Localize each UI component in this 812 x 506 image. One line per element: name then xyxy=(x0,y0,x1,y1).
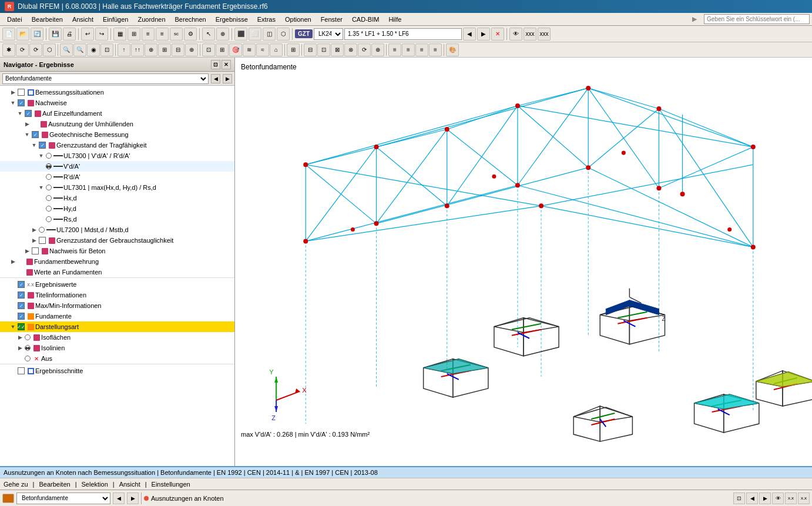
tree-item-fundamentbewehrung[interactable]: ▶ Fundamentbewehrung xyxy=(0,256,234,267)
next-btn[interactable]: ▶ xyxy=(477,28,490,41)
nav-next-btn[interactable]: ▶ xyxy=(223,74,232,83)
radio-btn[interactable] xyxy=(46,195,52,201)
t2b11[interactable]: ⊕ xyxy=(145,43,157,56)
t2b25[interactable]: ⊗ xyxy=(344,43,357,56)
t2b32[interactable]: 🎨 xyxy=(446,43,459,56)
radio-btn[interactable] xyxy=(46,206,52,212)
t2b20[interactable]: ⌂ xyxy=(270,43,283,56)
tree-item-vda[interactable]: V'd/A' xyxy=(0,161,234,172)
tree-item-bemessungssituationen[interactable]: ▶ Bemessungssituationen xyxy=(0,87,234,98)
bp-r3[interactable]: ▶ xyxy=(759,492,771,504)
sc-btn[interactable]: sc xyxy=(170,28,183,41)
t2b6[interactable]: 🔍 xyxy=(73,43,86,56)
tree-item-hxd[interactable]: Hx,d xyxy=(0,193,234,203)
nav-prev-btn[interactable]: ◀ xyxy=(211,74,220,83)
t2b2[interactable]: ⟳ xyxy=(16,43,29,56)
new-btn[interactable]: 📄 xyxy=(2,28,15,41)
checkbox[interactable] xyxy=(18,313,25,320)
checkbox[interactable] xyxy=(18,281,25,288)
tree-item-nachweise[interactable]: ▼ Nachweise xyxy=(0,98,234,108)
t2b7[interactable]: ◉ xyxy=(87,43,100,56)
undo-btn[interactable]: ↩ xyxy=(81,28,94,41)
tree-item-isolinien[interactable]: ▶ Isolinien xyxy=(0,343,234,353)
bp-r2[interactable]: ◀ xyxy=(746,492,758,504)
t2b31[interactable]: ≡ xyxy=(429,43,442,56)
table2-btn[interactable]: ⊞ xyxy=(127,28,140,41)
menu-zuordnen[interactable]: Zuordnen xyxy=(133,15,170,24)
t2b26[interactable]: ⟳ xyxy=(358,43,371,56)
nav-einstellungen[interactable]: Einstellungen xyxy=(152,481,190,488)
tree-item-einzelfundament[interactable]: ▼ Auf Einzelfundament xyxy=(0,108,234,119)
refresh-btn[interactable]: 🔄 xyxy=(31,28,43,41)
tree-item-rda[interactable]: R'd/A' xyxy=(0,172,234,182)
checkbox[interactable] xyxy=(18,89,25,96)
tb14[interactable]: xxx xyxy=(524,28,536,41)
radio-btn[interactable] xyxy=(25,334,31,340)
nav-selektion[interactable]: Selektion xyxy=(82,481,108,488)
cursor-btn[interactable]: ↖ xyxy=(202,28,215,41)
tree-item-ergebniswerte[interactable]: x.x Ergebniswerte xyxy=(0,279,234,290)
t2b16[interactable]: ⊞ xyxy=(216,43,229,56)
checkbox[interactable] xyxy=(18,99,25,106)
tb7[interactable]: ⚙ xyxy=(184,28,197,41)
tb6[interactable]: ≡ xyxy=(156,28,169,41)
nav-close-btn[interactable]: ✕ xyxy=(222,60,231,69)
t2b28[interactable]: ≡ xyxy=(388,43,401,56)
menu-cad-bim[interactable]: CAD-BIM xyxy=(347,15,384,24)
open-btn[interactable]: 📂 xyxy=(16,28,29,41)
bp-r4[interactable]: 👁 xyxy=(772,492,784,504)
radio-btn[interactable] xyxy=(46,153,52,159)
menu-fenster[interactable]: Fenster xyxy=(316,15,347,24)
nav-combo[interactable]: Betonfundamente xyxy=(2,73,209,84)
tree-item-titelinformationen[interactable]: Titelinformationen xyxy=(0,290,234,300)
lk-combo[interactable]: LK24 xyxy=(314,28,343,40)
nav-restore-btn[interactable]: ⊡ xyxy=(211,60,220,69)
checkbox[interactable] xyxy=(18,302,25,309)
tree-item-ausnutzung[interactable]: ▶ Ausnutzung der Umhüllenden xyxy=(0,119,234,129)
tree-item-werte[interactable]: Werte an Fundamenten xyxy=(0,267,234,277)
checkbox[interactable] xyxy=(32,247,39,254)
redo-btn[interactable]: ↪ xyxy=(95,28,108,41)
tb11[interactable]: ◫ xyxy=(263,28,276,41)
t2b1[interactable]: ✱ xyxy=(2,43,15,56)
tb15[interactable]: xxx xyxy=(538,28,551,41)
tb10[interactable]: ⬜ xyxy=(249,28,261,41)
bp-next[interactable]: ▶ xyxy=(127,492,139,504)
tb12[interactable]: ⬡ xyxy=(277,28,290,41)
bp-r5[interactable]: x.x xyxy=(785,492,797,504)
tree-item-hyd[interactable]: Hy,d xyxy=(0,203,234,214)
tree-item-nachweis-beton[interactable]: ▶ Nachweis für Beton xyxy=(0,246,234,256)
radio-btn[interactable] xyxy=(39,227,45,233)
radio-btn[interactable] xyxy=(46,185,52,190)
prev-btn[interactable]: ◀ xyxy=(463,28,476,41)
t2b23[interactable]: ⊡ xyxy=(317,43,330,56)
t2b17[interactable]: 🎯 xyxy=(229,43,242,56)
t2b8[interactable]: ⊡ xyxy=(100,43,113,56)
t2b12[interactable]: ⊞ xyxy=(158,43,171,56)
t2b14[interactable]: ⊕ xyxy=(185,43,198,56)
nav-ansicht[interactable]: Ansicht xyxy=(119,481,140,488)
checkbox[interactable] xyxy=(39,237,46,244)
radio-btn[interactable] xyxy=(25,345,31,351)
tree-item-grenzzustand-gebrauch[interactable]: ▶ Grenzzustand der Gebrauchstauglichkeit xyxy=(0,235,234,246)
menu-ansicht[interactable]: Ansicht xyxy=(68,15,98,24)
t2b30[interactable]: ≡ xyxy=(415,43,428,56)
table-btn[interactable]: ▦ xyxy=(113,28,126,41)
t2b9[interactable]: ↑ xyxy=(118,43,130,56)
checkbox[interactable] xyxy=(25,110,32,117)
t2b3[interactable]: ⟳ xyxy=(29,43,42,56)
bp-combo[interactable]: Betonfundamente xyxy=(16,492,110,504)
close-lk-btn[interactable]: ✕ xyxy=(491,28,504,41)
t2b5[interactable]: 🔍 xyxy=(60,43,73,56)
radio-btn[interactable] xyxy=(46,174,52,180)
bp-prev[interactable]: ◀ xyxy=(113,492,125,504)
nav-bearbeiten[interactable]: Bearbeiten xyxy=(39,481,70,488)
t2b29[interactable]: ≡ xyxy=(402,43,415,56)
tree-item-ul7200[interactable]: ▶ UL7200 | Mdst,d / Mstb,d xyxy=(0,224,234,235)
tb8[interactable]: ⊕ xyxy=(216,28,229,41)
menu-datei[interactable]: Datei xyxy=(2,15,27,24)
search-input[interactable] xyxy=(704,14,810,24)
checkbox[interactable]: ✓ xyxy=(18,323,25,330)
tree-item-darstellungsart[interactable]: ▼ ✓ Darstellungsart xyxy=(0,321,234,332)
checkbox[interactable] xyxy=(39,142,46,149)
